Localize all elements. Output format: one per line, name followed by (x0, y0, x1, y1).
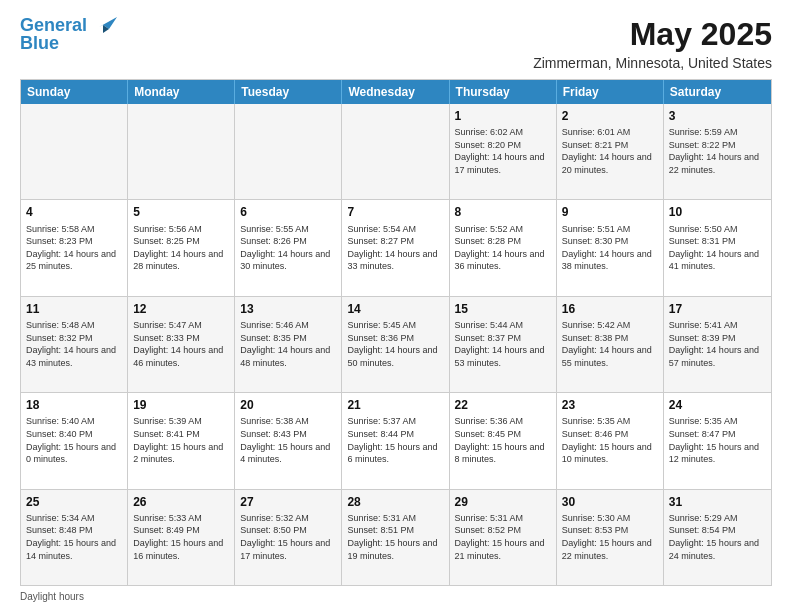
calendar-cell: 7Sunrise: 5:54 AM Sunset: 8:27 PM Daylig… (342, 200, 449, 295)
cell-info: Sunrise: 5:34 AM Sunset: 8:48 PM Dayligh… (26, 512, 122, 562)
cell-info: Sunrise: 5:52 AM Sunset: 8:28 PM Dayligh… (455, 223, 551, 273)
calendar-cell: 31Sunrise: 5:29 AM Sunset: 8:54 PM Dayli… (664, 490, 771, 585)
header-friday: Friday (557, 80, 664, 104)
calendar-cell: 12Sunrise: 5:47 AM Sunset: 8:33 PM Dayli… (128, 297, 235, 392)
calendar-cell (128, 104, 235, 199)
calendar-cell: 24Sunrise: 5:35 AM Sunset: 8:47 PM Dayli… (664, 393, 771, 488)
subtitle: Zimmerman, Minnesota, United States (533, 55, 772, 71)
day-number: 10 (669, 204, 766, 220)
cell-info: Sunrise: 5:31 AM Sunset: 8:52 PM Dayligh… (455, 512, 551, 562)
day-number: 7 (347, 204, 443, 220)
day-number: 22 (455, 397, 551, 413)
calendar-cell: 18Sunrise: 5:40 AM Sunset: 8:40 PM Dayli… (21, 393, 128, 488)
calendar-cell (21, 104, 128, 199)
cell-info: Sunrise: 5:36 AM Sunset: 8:45 PM Dayligh… (455, 415, 551, 465)
logo-blue: Blue (20, 34, 59, 54)
cell-info: Sunrise: 5:38 AM Sunset: 8:43 PM Dayligh… (240, 415, 336, 465)
footer-note: Daylight hours (20, 591, 772, 602)
main-title: May 2025 (533, 16, 772, 53)
calendar-cell: 8Sunrise: 5:52 AM Sunset: 8:28 PM Daylig… (450, 200, 557, 295)
day-number: 14 (347, 301, 443, 317)
cell-info: Sunrise: 5:40 AM Sunset: 8:40 PM Dayligh… (26, 415, 122, 465)
day-number: 13 (240, 301, 336, 317)
calendar-row: 1Sunrise: 6:02 AM Sunset: 8:20 PM Daylig… (21, 104, 771, 200)
calendar-cell: 5Sunrise: 5:56 AM Sunset: 8:25 PM Daylig… (128, 200, 235, 295)
calendar-cell (235, 104, 342, 199)
calendar-cell: 6Sunrise: 5:55 AM Sunset: 8:26 PM Daylig… (235, 200, 342, 295)
cell-info: Sunrise: 5:55 AM Sunset: 8:26 PM Dayligh… (240, 223, 336, 273)
day-number: 2 (562, 108, 658, 124)
calendar-cell: 19Sunrise: 5:39 AM Sunset: 8:41 PM Dayli… (128, 393, 235, 488)
header: General Blue May 2025 Zimmerman, Minneso… (20, 16, 772, 71)
cell-info: Sunrise: 5:29 AM Sunset: 8:54 PM Dayligh… (669, 512, 766, 562)
day-number: 23 (562, 397, 658, 413)
header-saturday: Saturday (664, 80, 771, 104)
header-thursday: Thursday (450, 80, 557, 104)
calendar-cell: 29Sunrise: 5:31 AM Sunset: 8:52 PM Dayli… (450, 490, 557, 585)
page: General Blue May 2025 Zimmerman, Minneso… (0, 0, 792, 612)
cell-info: Sunrise: 5:35 AM Sunset: 8:47 PM Dayligh… (669, 415, 766, 465)
cell-info: Sunrise: 5:37 AM Sunset: 8:44 PM Dayligh… (347, 415, 443, 465)
calendar-cell: 16Sunrise: 5:42 AM Sunset: 8:38 PM Dayli… (557, 297, 664, 392)
calendar-cell: 28Sunrise: 5:31 AM Sunset: 8:51 PM Dayli… (342, 490, 449, 585)
cell-info: Sunrise: 5:58 AM Sunset: 8:23 PM Dayligh… (26, 223, 122, 273)
cell-info: Sunrise: 5:50 AM Sunset: 8:31 PM Dayligh… (669, 223, 766, 273)
cell-info: Sunrise: 5:32 AM Sunset: 8:50 PM Dayligh… (240, 512, 336, 562)
cell-info: Sunrise: 5:41 AM Sunset: 8:39 PM Dayligh… (669, 319, 766, 369)
calendar-cell: 23Sunrise: 5:35 AM Sunset: 8:46 PM Dayli… (557, 393, 664, 488)
calendar-cell: 26Sunrise: 5:33 AM Sunset: 8:49 PM Dayli… (128, 490, 235, 585)
calendar-cell: 10Sunrise: 5:50 AM Sunset: 8:31 PM Dayli… (664, 200, 771, 295)
day-number: 19 (133, 397, 229, 413)
logo: General Blue (20, 16, 119, 54)
day-number: 17 (669, 301, 766, 317)
cell-info: Sunrise: 6:01 AM Sunset: 8:21 PM Dayligh… (562, 126, 658, 176)
calendar-cell: 13Sunrise: 5:46 AM Sunset: 8:35 PM Dayli… (235, 297, 342, 392)
day-number: 20 (240, 397, 336, 413)
header-monday: Monday (128, 80, 235, 104)
calendar-cell: 15Sunrise: 5:44 AM Sunset: 8:37 PM Dayli… (450, 297, 557, 392)
cell-info: Sunrise: 5:35 AM Sunset: 8:46 PM Dayligh… (562, 415, 658, 465)
calendar-row: 4Sunrise: 5:58 AM Sunset: 8:23 PM Daylig… (21, 200, 771, 296)
calendar-cell: 21Sunrise: 5:37 AM Sunset: 8:44 PM Dayli… (342, 393, 449, 488)
cell-info: Sunrise: 5:30 AM Sunset: 8:53 PM Dayligh… (562, 512, 658, 562)
title-block: May 2025 Zimmerman, Minnesota, United St… (533, 16, 772, 71)
day-number: 30 (562, 494, 658, 510)
calendar-cell: 3Sunrise: 5:59 AM Sunset: 8:22 PM Daylig… (664, 104, 771, 199)
calendar-cell: 22Sunrise: 5:36 AM Sunset: 8:45 PM Dayli… (450, 393, 557, 488)
header-sunday: Sunday (21, 80, 128, 104)
calendar-cell: 27Sunrise: 5:32 AM Sunset: 8:50 PM Dayli… (235, 490, 342, 585)
day-number: 31 (669, 494, 766, 510)
day-number: 24 (669, 397, 766, 413)
cell-info: Sunrise: 5:45 AM Sunset: 8:36 PM Dayligh… (347, 319, 443, 369)
calendar-cell: 20Sunrise: 5:38 AM Sunset: 8:43 PM Dayli… (235, 393, 342, 488)
day-number: 5 (133, 204, 229, 220)
calendar-row: 18Sunrise: 5:40 AM Sunset: 8:40 PM Dayli… (21, 393, 771, 489)
calendar-cell: 30Sunrise: 5:30 AM Sunset: 8:53 PM Dayli… (557, 490, 664, 585)
calendar-cell: 4Sunrise: 5:58 AM Sunset: 8:23 PM Daylig… (21, 200, 128, 295)
day-number: 11 (26, 301, 122, 317)
calendar-cell: 14Sunrise: 5:45 AM Sunset: 8:36 PM Dayli… (342, 297, 449, 392)
cell-info: Sunrise: 5:59 AM Sunset: 8:22 PM Dayligh… (669, 126, 766, 176)
calendar-cell: 25Sunrise: 5:34 AM Sunset: 8:48 PM Dayli… (21, 490, 128, 585)
cell-info: Sunrise: 6:02 AM Sunset: 8:20 PM Dayligh… (455, 126, 551, 176)
day-number: 25 (26, 494, 122, 510)
day-number: 18 (26, 397, 122, 413)
cell-info: Sunrise: 5:44 AM Sunset: 8:37 PM Dayligh… (455, 319, 551, 369)
day-number: 15 (455, 301, 551, 317)
logo-icon (89, 13, 119, 35)
cell-info: Sunrise: 5:54 AM Sunset: 8:27 PM Dayligh… (347, 223, 443, 273)
day-number: 1 (455, 108, 551, 124)
svg-marker-0 (99, 17, 117, 29)
day-number: 28 (347, 494, 443, 510)
calendar-cell (342, 104, 449, 199)
header-wednesday: Wednesday (342, 80, 449, 104)
day-number: 21 (347, 397, 443, 413)
day-number: 4 (26, 204, 122, 220)
calendar-cell: 17Sunrise: 5:41 AM Sunset: 8:39 PM Dayli… (664, 297, 771, 392)
cell-info: Sunrise: 5:56 AM Sunset: 8:25 PM Dayligh… (133, 223, 229, 273)
cell-info: Sunrise: 5:47 AM Sunset: 8:33 PM Dayligh… (133, 319, 229, 369)
calendar-header: Sunday Monday Tuesday Wednesday Thursday… (21, 80, 771, 104)
calendar-cell: 9Sunrise: 5:51 AM Sunset: 8:30 PM Daylig… (557, 200, 664, 295)
day-number: 3 (669, 108, 766, 124)
header-tuesday: Tuesday (235, 80, 342, 104)
